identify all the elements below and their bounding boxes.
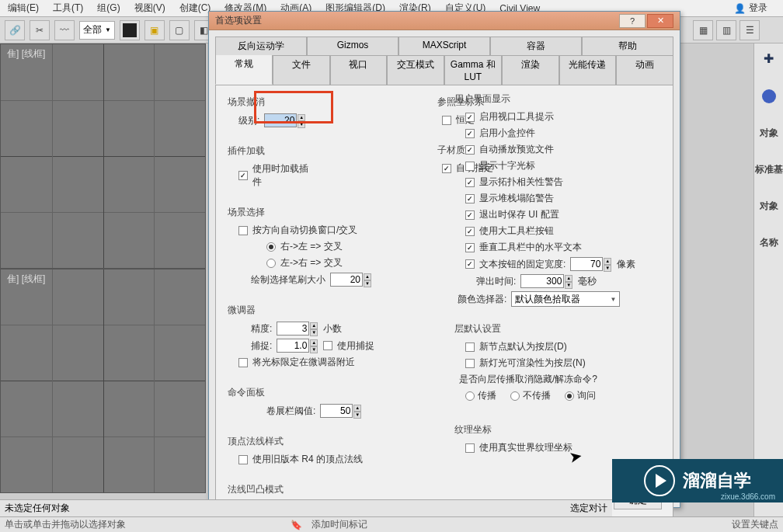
tab-viewports[interactable]: 视口 [330, 55, 388, 85]
auto-switch-checkbox[interactable] [238, 226, 248, 235]
use-snap-checkbox[interactable] [323, 341, 332, 350]
panel-toggle2-icon[interactable]: ▥ [716, 20, 736, 40]
spin-down-icon[interactable]: ▼ [604, 265, 611, 272]
tag-icon[interactable]: 🔖 [291, 520, 302, 530]
panel-toggle-icon[interactable]: ▦ [693, 20, 713, 40]
large-toolbar-checkbox[interactable] [465, 227, 475, 236]
real-world-checkbox[interactable] [465, 443, 475, 453]
save-ui-checkbox[interactable] [465, 210, 475, 220]
viewport-bottom-left[interactable]: 隹] [线框] [0, 269, 206, 494]
unlink-icon[interactable]: ✂ [30, 20, 50, 40]
spin-up-icon[interactable]: ▲ [310, 339, 318, 346]
spinner-group: 微调器 精度: 3▲▼ 小数 捕捉: 1.0▲▼ 使用捕捉 将光标限定在微调器附… [222, 300, 424, 377]
menu-views[interactable]: 视图(V) [134, 2, 165, 15]
rollup-spinner[interactable]: 50▲▼ [320, 404, 353, 418]
tab-help[interactable]: 帮助 [582, 37, 673, 55]
select-region-icon[interactable]: ▢ [169, 20, 190, 40]
crosshair-checkbox[interactable] [465, 162, 475, 171]
no-propagate-radio[interactable] [510, 391, 520, 401]
spin-up-icon[interactable]: ▲ [364, 273, 371, 280]
setkey-label[interactable]: 设置关键点 [732, 518, 778, 531]
spin-down-icon[interactable]: ▼ [353, 412, 361, 419]
new-nodes-checkbox[interactable] [465, 342, 475, 352]
tab-rendering[interactable]: 渲染 [502, 55, 559, 85]
layer-question-label: 是否向层传播取消隐藏/解冻命令? [459, 373, 597, 386]
new-lights-checkbox[interactable] [465, 359, 475, 368]
menu-group[interactable]: 组(G) [97, 2, 120, 15]
stack-warn-checkbox[interactable] [465, 194, 475, 203]
spin-up-icon[interactable]: ▲ [565, 275, 572, 282]
menu-edit[interactable]: 编辑(E) [8, 2, 39, 15]
select-name-icon[interactable]: ▣ [144, 20, 165, 40]
tab-containers[interactable]: 容器 [490, 37, 582, 55]
snap-spinner[interactable]: 1.0▲▼ [277, 339, 309, 353]
plugin-load-checkbox[interactable] [238, 171, 248, 180]
tab-ik[interactable]: 反向运动学 [215, 37, 307, 55]
topo-warn-checkbox[interactable] [465, 178, 475, 187]
tab-general[interactable]: 常规 [215, 55, 273, 85]
spin-down-icon[interactable]: ▼ [298, 121, 305, 128]
menu-tools[interactable]: 工具(T) [53, 2, 83, 15]
viewport-top-left[interactable]: 隹] [线框] [0, 43, 206, 269]
rtl-radio[interactable] [266, 242, 276, 252]
viewport-label: 隹] [线框] [7, 47, 45, 61]
fixed-width-value: 70 [590, 259, 600, 269]
real-world-label: 使用真实世界纹理坐标 [479, 441, 572, 454]
tab-gizmos[interactable]: Gizmos [307, 37, 398, 55]
link-icon[interactable]: 🔗 [5, 20, 25, 40]
ltr-radio[interactable] [266, 259, 276, 268]
tab-gamma[interactable]: Gamma 和 LUT [444, 55, 502, 85]
flyout-spinner[interactable]: 300▲▼ [520, 274, 564, 288]
selection-filter-dropdown[interactable]: 全部 ▼ [79, 21, 115, 40]
sphere-icon[interactable] [762, 89, 776, 103]
spin-up-icon[interactable]: ▲ [353, 405, 361, 412]
tab-files[interactable]: 文件 [273, 55, 330, 85]
precision-spinner[interactable]: 3▲▼ [277, 322, 309, 336]
fixed-width-unit: 像素 [617, 258, 635, 271]
close-button[interactable]: ✕ [647, 14, 673, 28]
spin-down-icon[interactable]: ▼ [310, 329, 318, 336]
bind-icon[interactable]: 〰 [54, 20, 75, 40]
save-ui-label: 退出时保存 UI 配置 [479, 208, 559, 221]
undo-level-spinner[interactable]: 20 ▲▼ [264, 113, 297, 127]
wrap-cursor-checkbox[interactable] [238, 358, 248, 367]
fixed-width-checkbox[interactable] [465, 259, 475, 269]
spin-down-icon[interactable]: ▼ [310, 346, 318, 353]
plus-icon[interactable]: ✚ [764, 51, 774, 66]
fixed-width-spinner[interactable]: 70▲▼ [570, 257, 603, 271]
propagate-radio[interactable] [465, 391, 475, 401]
layer-defaults-title: 层默认设置 [454, 322, 663, 336]
spin-up-icon[interactable]: ▲ [604, 258, 611, 265]
precision-unit: 小数 [323, 322, 342, 336]
dialog-right-column: 参照坐标系 恒定 子材质 自动指定 用户界面显示 启用视口工具提示 启用小盒控件… [432, 92, 666, 511]
ask-radio[interactable] [565, 391, 574, 401]
spin-down-icon[interactable]: ▼ [364, 280, 371, 287]
spin-up-icon[interactable]: ▲ [298, 114, 305, 121]
menu-create[interactable]: 创建(C) [179, 2, 211, 15]
no-propagate-label: 不传播 [523, 389, 551, 402]
tab-maxscript[interactable]: MAXScript [398, 37, 490, 55]
tab-interaction[interactable]: 交互模式 [387, 55, 444, 85]
autoplay-checkbox[interactable] [465, 145, 475, 155]
tab-animation[interactable]: 动画 [616, 55, 673, 85]
horiz-text-checkbox[interactable] [465, 243, 475, 252]
caddy-checkbox[interactable] [465, 129, 475, 138]
caddy-label: 启用小盒控件 [479, 127, 535, 140]
preferences-dialog: 首选项设置 ? ✕ 反向运动学 Gizmos MAXScript 容器 帮助 常… [208, 11, 680, 508]
prompt-text: 单击或单击并拖动以选择对象 [5, 518, 126, 531]
spin-up-icon[interactable]: ▲ [310, 322, 318, 329]
timeline-label: 添加时间标记 [311, 518, 367, 531]
tooltips-checkbox[interactable] [465, 113, 475, 122]
login-account[interactable]: 👤 登录 [734, 2, 767, 15]
dialog-body: 场景撤消 级别: 20 ▲▼ 插件加载 使用时加载插件 场景选择 按方向自动切换… [215, 85, 673, 518]
legacy-normals-checkbox[interactable] [238, 455, 248, 464]
vertex-normal-group: 顶点法线样式 使用旧版本 R4 的顶点法线 [222, 431, 424, 475]
help-button[interactable]: ? [619, 14, 646, 28]
precision-value: 3 [302, 323, 308, 334]
color-picker-dropdown[interactable]: 默认颜色拾取器 ▼ [511, 291, 620, 307]
select-icon[interactable] [120, 20, 140, 40]
tab-radiosity[interactable]: 光能传递 [559, 55, 617, 85]
spin-down-icon[interactable]: ▼ [565, 282, 572, 289]
panel-toggle3-icon[interactable]: ☰ [740, 20, 760, 40]
brush-spinner[interactable]: 20▲▼ [330, 273, 363, 287]
